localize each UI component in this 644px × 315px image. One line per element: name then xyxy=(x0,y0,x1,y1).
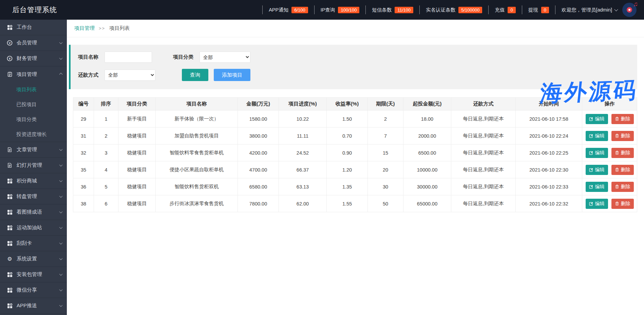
delete-button[interactable]: 删除 xyxy=(611,148,634,158)
sidebar-item-workbench[interactable]: 工作台 xyxy=(0,20,67,35)
edit-button[interactable]: 编辑 xyxy=(586,114,608,124)
user-menu[interactable]: 欢迎您，管理员[admin] xyxy=(562,7,618,13)
edit-button[interactable]: 编辑 xyxy=(586,182,608,192)
edit-label: 编辑 xyxy=(595,116,605,122)
cell-min-invest: 10000.00 xyxy=(403,161,451,178)
cell-rate: 1.50 xyxy=(327,111,368,127)
sidebar-item-articles[interactable]: 文章管理 xyxy=(0,142,67,158)
sidebar-item-label: 转盘管理 xyxy=(17,193,60,200)
sidebar-item-app-push[interactable]: APP推送 xyxy=(0,298,67,314)
sidebar-item-scratch-card[interactable]: 刮刮卡 xyxy=(0,236,67,251)
delete-button[interactable]: 删除 xyxy=(611,182,634,192)
cell-days: 15 xyxy=(368,144,403,161)
sidebar-item-package-manage[interactable]: 安装包管理 xyxy=(0,267,67,282)
chevron-down-icon xyxy=(59,241,63,244)
sidebar-item-projects[interactable]: 项目管理 xyxy=(0,66,67,82)
edit-button[interactable]: 编辑 xyxy=(586,165,608,175)
sidebar-item-label: 微信分享 xyxy=(17,287,60,293)
delete-button[interactable]: 删除 xyxy=(611,131,634,141)
breadcrumb-parent-link[interactable]: 项目管理 xyxy=(74,25,95,32)
chevron-down-icon xyxy=(59,288,63,291)
cell-category: 稳健项目 xyxy=(118,144,156,161)
member-icon: V xyxy=(7,40,13,46)
sidebar-item-finance[interactable]: ¥ 财务管理 xyxy=(0,51,67,66)
breadcrumb-separator: >> xyxy=(99,26,105,31)
divider xyxy=(555,5,555,14)
col-actions: 操作 xyxy=(582,98,637,111)
sidebar-item-project-categories[interactable]: 项目分类 xyxy=(0,112,67,127)
sidebar-item-members[interactable]: V 会员管理 xyxy=(0,35,67,51)
grid-icon xyxy=(7,240,13,246)
stat-app-notify[interactable]: APP通知 6/100 xyxy=(269,7,308,13)
delete-label: 删除 xyxy=(621,201,630,207)
sidebar-item-invested-projects[interactable]: 已投项目 xyxy=(0,97,67,112)
divider xyxy=(419,5,420,14)
sidebar-item-label: 系统设置 xyxy=(17,256,60,262)
edit-button[interactable]: 编辑 xyxy=(586,131,608,141)
cell-days: 50 xyxy=(368,195,403,212)
sidebar-item-wechat-share[interactable]: 微信分享 xyxy=(0,282,67,298)
col-progress: 项目进度(%) xyxy=(279,98,327,111)
col-rate: 收益率(%) xyxy=(327,98,368,111)
project-name-input[interactable] xyxy=(105,52,152,63)
table-row: 36 5 稳健项目 智能饮料售货柜双机 6580.00 63.13 1.35 3… xyxy=(73,178,637,195)
cell-min-invest: 30000.00 xyxy=(403,178,451,195)
header-right: APP通知 6/100 IP查询 100/100 短信条数 11/100 实名认… xyxy=(256,3,637,17)
sidebar-item-points-mall[interactable]: 积分商城 xyxy=(0,173,67,189)
cell-sort: 5 xyxy=(94,178,118,195)
stat-badge: 0 xyxy=(508,7,515,13)
delete-button[interactable]: 删除 xyxy=(611,165,634,175)
cell-progress: 11.11 xyxy=(279,127,327,144)
stat-sms-count[interactable]: 短信条数 11/100 xyxy=(372,7,413,13)
stat-ip-query[interactable]: IP查询 100/100 xyxy=(321,7,360,13)
repay-method-select[interactable]: 全部 xyxy=(105,70,155,81)
divider xyxy=(262,5,263,14)
cell-sort: 4 xyxy=(94,161,118,178)
cell-actions: 编辑删除 xyxy=(582,178,637,195)
cell-name: 新手体验（限一次） xyxy=(156,111,238,127)
sidebar-item-progress-growth[interactable]: 投资进度增长 xyxy=(0,127,67,142)
avatar[interactable]: ♫ xyxy=(622,3,637,17)
sidebar-item-slides[interactable]: 幻灯片管理 xyxy=(0,158,67,173)
edit-button[interactable]: 编辑 xyxy=(586,199,608,209)
top-header: 后台管理系统 APP通知 6/100 IP查询 100/100 短信条数 11/… xyxy=(0,0,644,20)
project-category-select[interactable]: 全部 xyxy=(200,52,250,63)
sidebar-item-wheel[interactable]: 转盘管理 xyxy=(0,189,67,204)
sidebar-item-label: 安装包管理 xyxy=(17,271,60,278)
sidebar-item-label: 项目管理 xyxy=(17,71,60,78)
sidebar-item-sports-station[interactable]: 运动加油站 xyxy=(0,220,67,236)
stat-realname-count[interactable]: 实名认证条数 5/100000 xyxy=(426,7,482,13)
stat-withdraw[interactable]: 提现 0 xyxy=(528,7,549,13)
project-submenu: 项目列表 已投项目 项目分类 投资进度增长 xyxy=(0,82,67,142)
sidebar-item-idiom-game[interactable]: 看图猜成语 xyxy=(0,204,67,220)
stat-recharge[interactable]: 充值 0 xyxy=(495,7,515,13)
table-row: 35 4 稳健项目 便捷小区果蔬自取柜单机 4700.00 66.37 1.20… xyxy=(73,161,637,178)
stat-label: 短信条数 xyxy=(372,7,392,13)
stat-label: 充值 xyxy=(495,7,505,13)
search-button[interactable]: 查询 xyxy=(182,69,208,81)
cell-category: 稳健项目 xyxy=(118,178,156,195)
delete-button[interactable]: 删除 xyxy=(611,199,634,209)
delete-label: 删除 xyxy=(621,150,630,156)
cell-name: 加盟自助售货机项目 xyxy=(156,127,238,144)
edit-button[interactable]: 编辑 xyxy=(586,148,608,158)
grid-icon xyxy=(7,303,13,309)
project-name-label: 项目名称 xyxy=(78,54,105,60)
doc-icon xyxy=(7,147,13,153)
edit-label: 编辑 xyxy=(595,133,605,139)
cell-rate: 1.20 xyxy=(327,161,368,178)
finance-icon: ¥ xyxy=(7,56,13,61)
cell-min-invest: 6500.00 xyxy=(403,144,451,161)
cell-id: 38 xyxy=(73,195,94,212)
grid-icon xyxy=(7,272,13,277)
sidebar-item-system-settings[interactable]: ⚙ 系统设置 xyxy=(0,251,67,267)
add-project-button[interactable]: 添加项目 xyxy=(214,69,250,81)
edit-label: 编辑 xyxy=(595,184,605,190)
sidebar-item-project-list[interactable]: 项目列表 xyxy=(0,82,67,97)
cell-min-invest: 65000.00 xyxy=(403,195,451,212)
delete-button[interactable]: 删除 xyxy=(611,114,634,124)
svg-text:¥: ¥ xyxy=(9,57,11,60)
cell-name: 智能饮料售货柜双机 xyxy=(156,178,238,195)
cell-repay: 每日返息,到期还本 xyxy=(451,127,516,144)
project-category-label: 项目分类 xyxy=(173,54,200,60)
